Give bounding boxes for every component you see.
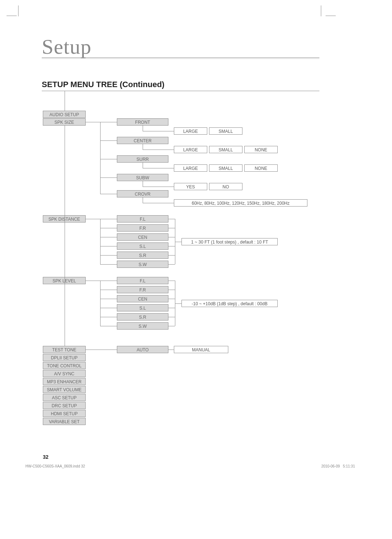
footer-file: HW-C500-C560S-XAA_0609.indd 32 (25, 464, 85, 468)
tree-line (143, 150, 174, 150)
tree-line (100, 308, 117, 308)
tree-line (100, 237, 117, 237)
menu-dplii-setup: DPLII SETUP (43, 354, 86, 361)
page-number: 32 (43, 454, 49, 460)
tree-line (143, 126, 143, 131)
crovr-values: 60Hz, 80Hz, 100Hz, 120Hz, 150Hz, 180Hz, … (174, 199, 307, 207)
tree-line (100, 326, 117, 326)
tree-line (100, 228, 117, 228)
lvl-sw: S.W (117, 322, 168, 330)
menu-mp3-enhancer: MP3 ENHANCER (43, 378, 86, 385)
spksize-front: FRONT (117, 118, 168, 126)
tree-line (100, 264, 117, 265)
tree-line (168, 246, 175, 246)
dist-sl: S.L (117, 242, 168, 250)
subw-no: NO (209, 183, 242, 190)
lvl-fr: F.R (117, 286, 168, 293)
tree-line (100, 255, 117, 256)
tree-line (168, 228, 175, 228)
tree-line (100, 219, 117, 219)
tree-line (65, 91, 65, 111)
tree-line (100, 281, 117, 281)
spksize-crovr: CROVR (117, 190, 168, 197)
tree-line (168, 317, 175, 317)
tree-line (100, 246, 117, 246)
crop-mark (18, 5, 19, 16)
spksize-center: CENTER (117, 137, 168, 144)
tree-line (175, 303, 181, 304)
tree-line (143, 181, 143, 187)
surr-large: LARGE (174, 164, 207, 172)
menu-asc-setup: ASC SETUP (43, 394, 86, 401)
subw-yes: YES (174, 183, 207, 190)
menu-drc-setup: DRC SETUP (43, 402, 86, 409)
tree-line (86, 281, 100, 281)
footer-timestamp: 2010-06-09 5:11:31 (321, 464, 355, 468)
testtone-manual: MANUAL (174, 346, 228, 353)
tree-line (143, 197, 143, 203)
tree-line (168, 299, 175, 299)
tree-line (100, 122, 117, 122)
dist-fr: F.R (117, 224, 168, 232)
lvl-cen: CEN (117, 295, 168, 302)
tree-line (168, 290, 175, 290)
crop-mark (326, 16, 336, 16)
tree-line (168, 219, 175, 219)
divider (42, 91, 319, 91)
tree-line (100, 290, 117, 290)
tree-line (86, 219, 100, 219)
tree-line (100, 159, 117, 159)
lvl-fl: F.L (117, 277, 168, 284)
menu-tone-control: TONE CONTROL (43, 362, 86, 369)
tree-line (168, 308, 175, 308)
lvl-sr: S.R (117, 313, 168, 320)
tree-line (143, 131, 174, 131)
tree-line (143, 168, 174, 168)
menu-av-sync: A/V SYNC (43, 370, 86, 377)
menu-test-tone: TEST TONE (43, 346, 86, 353)
tree-line (143, 144, 143, 150)
dist-range: 1 ~ 30 FT (1 foot steps) , default : 10 … (181, 238, 278, 245)
tree-line (100, 140, 117, 141)
page-title: Setup (42, 34, 91, 59)
menu-variable-set: VARIABLE SET (43, 418, 86, 425)
dist-cen: CEN (117, 233, 168, 241)
crop-mark (7, 16, 17, 16)
center-large: LARGE (174, 146, 207, 153)
center-small: SMALL (209, 146, 242, 153)
divider (42, 57, 319, 58)
tree-line (168, 264, 175, 265)
tree-line (100, 194, 117, 194)
lvl-range: -10 ~ +10dB (1dB step) , default : 00dB (181, 300, 278, 307)
tree-line (168, 255, 175, 256)
spksize-subw: SUBW (117, 174, 168, 181)
surr-none: NONE (244, 164, 278, 172)
tree-line (86, 122, 100, 122)
tree-line (100, 281, 101, 326)
menu-hdmi-setup: HDMI SETUP (43, 410, 86, 417)
lvl-sl: S.L (117, 304, 168, 311)
testtone-auto: AUTO (117, 346, 168, 353)
tree-line (168, 281, 175, 281)
tree-line (65, 126, 65, 346)
section-heading: SETUP MENU TREE (Continued) (42, 80, 164, 89)
menu-audio-setup: AUDIO SETUP (43, 111, 86, 118)
menu-spk-distance: SPK DISTANCE (43, 215, 86, 222)
dist-sw: S.W (117, 261, 168, 268)
menu-spk-size: SPK SIZE (43, 118, 86, 126)
tree-line (175, 242, 181, 242)
divider (42, 58, 319, 59)
tree-line (100, 317, 117, 317)
center-none: NONE (244, 146, 278, 153)
crop-mark (321, 5, 321, 16)
menu-smart-volume: SMART VOLUME (43, 386, 86, 393)
surr-small: SMALL (209, 164, 242, 172)
tree-line (100, 177, 117, 178)
front-large: LARGE (174, 127, 207, 135)
tree-line (100, 122, 101, 194)
tree-line (168, 326, 175, 326)
tree-line (143, 203, 174, 203)
tree-line (168, 237, 175, 237)
tree-line (168, 350, 174, 350)
tree-line (100, 219, 101, 264)
